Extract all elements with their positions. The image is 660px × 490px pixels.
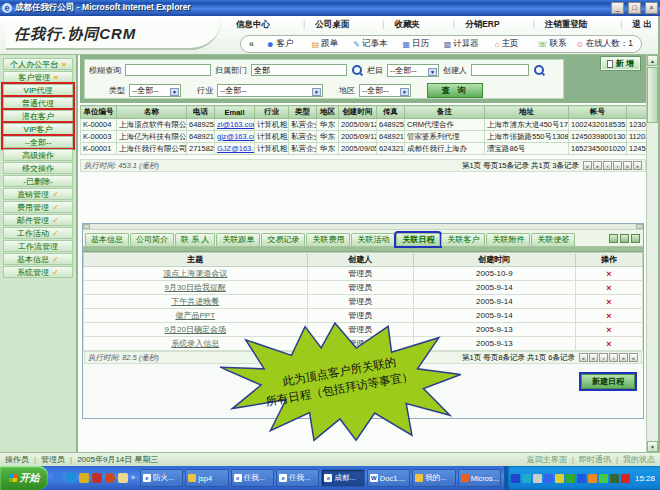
fuzzy-search-input[interactable] — [125, 64, 211, 76]
sidebar-item[interactable]: --全部-- — [3, 136, 73, 148]
toolbar-item[interactable]: 日历 — [394, 38, 437, 50]
sidebar-item[interactable]: 客户管理 — [3, 71, 73, 83]
status-link[interactable]: 我的状态 — [611, 454, 655, 465]
sidebar-item[interactable]: 潜在客户 — [3, 110, 73, 122]
maximize-button[interactable] — [628, 2, 641, 14]
detail-tab[interactable]: 关联活动 — [351, 233, 395, 246]
new-record-button[interactable]: 新 增 — [601, 57, 640, 70]
prev-page-button[interactable] — [603, 161, 612, 170]
tray-icon[interactable] — [544, 474, 553, 483]
task-button[interactable]: 任我... — [231, 469, 274, 487]
customer-email-link[interactable]: gjz@163.com — [215, 131, 255, 143]
sidebar-item[interactable]: 移交操作 — [3, 162, 73, 174]
customer-email-link[interactable]: GJZ@163.COM — [215, 143, 255, 155]
toolbar-item[interactable]: 跟单 — [303, 38, 346, 50]
sidebar-item[interactable]: 系统管理 — [3, 266, 73, 278]
detail-tab[interactable]: 关联跟单 — [216, 233, 260, 246]
task-button[interactable]: 防火... — [140, 469, 183, 487]
industry-select[interactable]: --全部-- — [217, 84, 323, 97]
tray-icon[interactable] — [588, 474, 597, 483]
sidebar-item[interactable]: VIP代理 — [3, 84, 73, 96]
status-link[interactable]: 返回主界面 — [527, 454, 567, 465]
next-block-button[interactable] — [619, 353, 628, 362]
minimize-button[interactable] — [611, 2, 624, 14]
detail-tab[interactable]: 关联客户 — [441, 233, 485, 246]
first-page-button[interactable] — [579, 353, 588, 362]
new-schedule-button[interactable]: 新建日程 — [581, 374, 635, 389]
quick-launch-icon[interactable] — [79, 473, 89, 483]
quick-launch-icon[interactable] — [118, 473, 128, 483]
task-button[interactable]: jsp4 — [185, 469, 228, 487]
top-menu-item[interactable]: 退 出 — [610, 19, 652, 31]
sidebar-item[interactable]: 普通代理 — [3, 97, 73, 109]
sidebar-item[interactable]: 基本信息 — [3, 253, 73, 265]
top-menu-item[interactable]: 公司桌面 — [293, 19, 349, 31]
delete-icon[interactable] — [606, 270, 611, 279]
sidebar-item[interactable]: 工作活动 — [3, 227, 73, 239]
search-icon[interactable] — [533, 64, 545, 76]
sidebar-item[interactable]: -已删除- — [3, 175, 73, 187]
panel-button[interactable] — [631, 234, 640, 243]
panel-button[interactable] — [609, 234, 618, 243]
detail-tab[interactable]: 公司简介 — [130, 233, 174, 246]
scroll-left-icon[interactable] — [83, 224, 90, 229]
schedule-subject-link[interactable]: 下午共进晚餐 — [171, 297, 219, 306]
prev-block-button[interactable] — [589, 353, 598, 362]
detail-tab[interactable]: 联 系 人 — [175, 233, 215, 246]
task-button[interactable]: 我的... — [412, 469, 455, 487]
sidebar-item[interactable]: VIP客户 — [3, 123, 73, 135]
panel-button[interactable] — [620, 234, 629, 243]
vertical-scrollbar[interactable] — [646, 55, 658, 452]
close-button[interactable] — [645, 2, 658, 14]
query-button[interactable]: 查 询 — [427, 83, 483, 98]
back-icon[interactable] — [249, 39, 254, 49]
tray-icon[interactable] — [599, 474, 608, 483]
tray-icon[interactable] — [610, 474, 619, 483]
table-row[interactable]: K-00003 上海亿为科技有限公司 64892132 gjz@163.com … — [81, 131, 647, 143]
next-page-button[interactable] — [613, 161, 622, 170]
tray-icon[interactable] — [511, 474, 520, 483]
detail-tab[interactable]: 关联附件 — [486, 233, 530, 246]
sidebar-item[interactable]: 个人办公平台 — [3, 58, 73, 70]
last-page-button[interactable] — [629, 353, 638, 362]
schedule-subject-link[interactable]: 做产品PPT — [176, 311, 216, 320]
tray-icon[interactable] — [533, 474, 542, 483]
schedule-subject-link[interactable]: 顶点上海渠道会议 — [163, 269, 227, 278]
task-button[interactable]: 成都... — [321, 469, 364, 487]
quick-launch-icon[interactable] — [92, 473, 102, 483]
sidebar-item[interactable]: 直销管理 — [3, 188, 73, 200]
delete-icon[interactable] — [606, 340, 611, 349]
type-select[interactable]: --全部-- — [129, 84, 181, 97]
toolbar-item[interactable]: 客户 — [258, 38, 301, 50]
scroll-down-icon[interactable] — [647, 441, 658, 452]
next-page-button[interactable] — [609, 353, 618, 362]
toolbar-item[interactable]: 联系 — [530, 38, 573, 50]
table-row[interactable]: K-00001 上海任我行有限公司 27158230 GJZ@163.COM 计… — [81, 143, 647, 155]
prev-block-button[interactable] — [593, 161, 602, 170]
chevron-right-icon[interactable] — [131, 473, 135, 483]
quick-launch-icon[interactable] — [66, 473, 76, 483]
region-select[interactable]: --全部-- — [359, 84, 411, 97]
status-link[interactable]: 即时通讯 — [567, 454, 611, 465]
schedule-subject-link[interactable]: 9月30日给我提醒 — [165, 283, 226, 292]
top-menu-item[interactable]: 分销ERP — [443, 19, 500, 31]
detail-tab[interactable]: 基本信息 — [85, 233, 129, 246]
creator-input[interactable] — [471, 64, 529, 76]
prev-page-button[interactable] — [599, 353, 608, 362]
search-icon[interactable] — [351, 64, 363, 76]
detail-tab[interactable]: 关联便签 — [531, 233, 575, 246]
sidebar-item[interactable]: 工作流管理 — [3, 240, 73, 252]
task-button[interactable]: Doc1.... — [367, 469, 410, 487]
tray-icon[interactable] — [566, 474, 575, 483]
start-button[interactable]: 开始 — [0, 466, 48, 490]
scroll-right-icon[interactable] — [636, 224, 643, 229]
scrollbar-thumb[interactable] — [647, 67, 658, 123]
first-page-button[interactable] — [583, 161, 592, 170]
quick-launch-icon[interactable] — [53, 473, 63, 483]
top-menu-item[interactable]: 注销重登陆 — [523, 19, 588, 31]
next-block-button[interactable] — [623, 161, 632, 170]
department-input[interactable] — [251, 64, 347, 76]
task-button[interactable]: Micros... — [458, 469, 501, 487]
task-button[interactable]: 任我... — [276, 469, 319, 487]
detail-tab[interactable]: 交易记录 — [261, 233, 305, 246]
